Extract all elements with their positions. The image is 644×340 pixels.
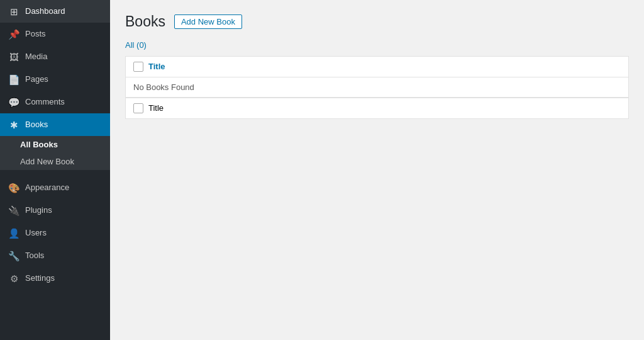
tools-icon: 🔧: [8, 249, 20, 262]
sidebar-label-plugins: Plugins: [25, 205, 52, 216]
footer-title-col[interactable]: Title: [148, 103, 164, 113]
table-header-row: Title: [126, 57, 628, 77]
sidebar-label-pages: Pages: [25, 74, 48, 85]
main-content: Books Add New Book All (0) Title No Book…: [110, 0, 644, 340]
sidebar-item-tools[interactable]: 🔧Tools: [0, 244, 110, 267]
sidebar-item-appearance[interactable]: 🎨Appearance: [0, 176, 110, 199]
select-all-checkbox[interactable]: [133, 62, 143, 72]
sidebar-label-tools: Tools: [25, 250, 44, 261]
table-footer-row: Title: [126, 98, 628, 118]
sidebar: ⊞Dashboard📌Posts🖼Media📄Pages💬Comments✱Bo…: [0, 0, 110, 340]
sidebar-label-dashboard: Dashboard: [25, 6, 65, 17]
appearance-icon: 🎨: [8, 181, 20, 194]
sidebar-submenu-add-new-book[interactable]: Add New Book: [0, 153, 110, 170]
dashboard-icon: ⊞: [8, 5, 20, 18]
filter-all[interactable]: All (0): [125, 40, 147, 50]
comments-icon: 💬: [8, 96, 20, 108]
books-submenu: All BooksAdd New Book: [0, 136, 110, 170]
footer-checkbox-col: [133, 103, 148, 113]
posts-icon: 📌: [8, 28, 20, 40]
header-title-col[interactable]: Title: [148, 62, 165, 71]
sidebar-item-users[interactable]: 👤Users: [0, 222, 110, 244]
sidebar-item-settings[interactable]: ⚙Settings: [0, 267, 110, 290]
sidebar-submenu-all-books[interactable]: All Books: [0, 136, 110, 153]
sidebar-item-books[interactable]: ✱Books: [0, 113, 110, 136]
users-icon: 👤: [8, 227, 20, 239]
media-icon: 🖼: [8, 50, 20, 63]
sidebar-item-pages[interactable]: 📄Pages: [0, 68, 110, 91]
sidebar-label-users: Users: [25, 227, 47, 239]
settings-icon: ⚙: [8, 272, 20, 285]
books-table: Title No Books Found Title: [125, 56, 629, 119]
sidebar-label-books: Books: [25, 119, 48, 130]
add-new-book-button[interactable]: Add New Book: [174, 14, 242, 29]
empty-message: No Books Found: [133, 82, 194, 92]
header-checkbox-col: [133, 62, 148, 72]
sidebar-item-media[interactable]: 🖼Media: [0, 45, 110, 68]
empty-message-row: No Books Found: [126, 77, 628, 98]
pages-icon: 📄: [8, 73, 20, 86]
sidebar-label-appearance: Appearance: [25, 182, 69, 193]
sidebar-item-posts[interactable]: 📌Posts: [0, 23, 110, 45]
books-icon: ✱: [8, 118, 20, 131]
filter-bar: All (0): [125, 40, 629, 50]
footer-select-all-checkbox[interactable]: [133, 103, 143, 113]
sidebar-label-comments: Comments: [25, 96, 65, 108]
page-header: Books Add New Book: [125, 13, 629, 31]
sidebar-label-media: Media: [25, 51, 47, 62]
plugins-icon: 🔌: [8, 204, 20, 217]
page-title: Books: [125, 13, 165, 31]
sidebar-item-dashboard[interactable]: ⊞Dashboard: [0, 0, 110, 23]
sidebar-label-settings: Settings: [25, 273, 55, 284]
sidebar-item-plugins[interactable]: 🔌Plugins: [0, 199, 110, 222]
sidebar-item-comments[interactable]: 💬Comments: [0, 91, 110, 113]
sidebar-label-posts: Posts: [25, 28, 46, 40]
